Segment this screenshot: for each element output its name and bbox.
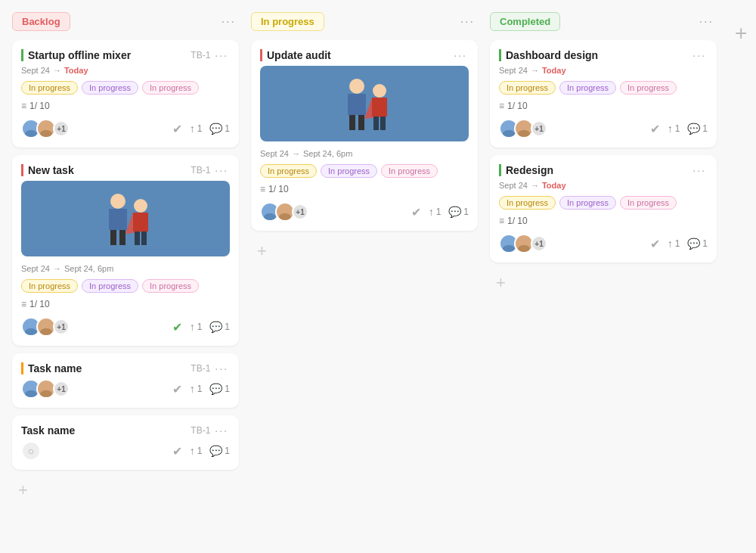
tag[interactable]: In progress [142,81,199,95]
card-check-action[interactable]: ✔ [172,122,182,136]
upload-icon: ↑ [190,445,195,457]
card-upload-action[interactable]: ↑1 [668,123,680,135]
checklist-count: 1/ 10 [507,101,528,111]
add-column-button[interactable]: + [729,18,753,48]
column-menu-button[interactable]: ··· [218,14,239,30]
tag[interactable]: In progress [82,81,138,95]
card-check-action[interactable]: ✔ [172,320,182,334]
card-menu-button[interactable]: ··· [452,49,469,61]
svg-point-31 [264,213,276,220]
card-footer: +1✔↑1💬1 [21,317,230,337]
card-check-action[interactable]: ✔ [650,122,660,136]
svg-point-3 [40,130,52,137]
card-check-action[interactable]: ✔ [172,382,182,396]
card-checklist: ≡1/ 10 [499,216,708,226]
card-comment-action[interactable]: 💬1 [209,383,230,395]
column-menu-button[interactable]: ··· [696,14,717,30]
card-tags: In progressIn progressIn progress [21,279,230,293]
card-comment-action[interactable]: 💬1 [209,321,230,333]
svg-point-40 [520,238,528,245]
column-title: Backlog [12,12,70,31]
avatar-count: +1 [531,120,547,137]
tag[interactable]: In progress [21,279,78,293]
add-task-button[interactable]: + [251,238,273,264]
card-upload-action[interactable]: ↑1 [668,238,680,250]
column-title: In progress [251,12,324,31]
tag[interactable]: In progress [82,279,138,293]
card-image [260,66,469,141]
tag[interactable]: In progress [260,164,317,178]
card-upload-action[interactable]: ↑1 [190,383,203,395]
card-title: Startup offline mixer [21,49,184,61]
card-upload-action[interactable]: ↑1 [190,445,203,457]
card-menu-button[interactable]: ··· [213,362,230,374]
tag[interactable]: In progress [381,164,438,178]
card-header: Update audit··· [260,49,469,61]
card-upload-action[interactable]: ↑1 [429,206,442,218]
svg-point-35 [503,130,515,137]
card-comment-action[interactable]: 💬1 [687,238,708,250]
tag[interactable]: In progress [321,164,377,178]
card-title: Task name [21,362,184,374]
upload-count: 1 [197,123,203,134]
check-icon: ✔ [411,205,421,219]
comment-icon: 💬 [687,123,700,135]
card-check-action[interactable]: ✔ [650,237,660,251]
tag[interactable]: In progress [142,279,199,293]
column-completed: Completed···Dashboard design···Sept 24 →… [490,12,717,296]
tag[interactable]: In progress [620,196,677,210]
svg-point-33 [279,213,291,220]
tag[interactable]: In progress [559,81,616,95]
card-comment-action[interactable]: 💬1 [448,206,469,218]
card-avatars: ○ [21,441,36,461]
column-inprogress: In progress···Update audit···Sept 24 → S… [251,12,478,264]
card-comment-action[interactable]: 💬1 [209,123,230,135]
add-task-button[interactable]: + [12,477,34,503]
column-menu-button[interactable]: ··· [457,14,478,30]
card-footer: +1✔↑1💬1 [499,119,708,138]
card-menu-button[interactable]: ··· [213,49,230,61]
card-footer: +1✔↑1💬1 [499,234,708,253]
tag[interactable]: In progress [499,81,556,95]
card-comment-action[interactable]: 💬1 [687,123,708,135]
card-upload-action[interactable]: ↑1 [190,321,203,333]
card-actions: ✔↑1💬1 [650,237,708,251]
card-date-end: Today [542,181,566,190]
tag[interactable]: In progress [620,81,677,95]
card-comment-action[interactable]: 💬1 [209,445,230,457]
card-menu-button[interactable]: ··· [691,164,708,176]
comment-icon: 💬 [209,321,222,333]
tag[interactable]: In progress [499,196,556,210]
card-check-action[interactable]: ✔ [411,205,421,219]
kanban-board: Backlog···Startup offline mixerTB-1···Se… [12,12,744,503]
upload-icon: ↑ [668,238,673,250]
card-menu-button[interactable]: ··· [213,424,230,436]
card-check-action[interactable]: ✔ [172,444,182,458]
svg-point-41 [518,245,530,252]
svg-point-14 [25,328,37,335]
checklist-count: 1/ 10 [29,101,50,111]
svg-point-18 [25,390,37,397]
comment-icon: 💬 [209,123,222,135]
column-header: Backlog··· [12,12,239,31]
card-actions: ✔↑1💬1 [172,444,230,458]
card-date-start: Sept 24 [21,264,50,273]
card-upload-action[interactable]: ↑1 [190,123,203,135]
check-icon: ✔ [650,237,660,251]
avatar-count: +1 [292,203,308,220]
add-task-button[interactable]: + [490,270,512,296]
tag[interactable]: In progress [21,81,78,95]
tag[interactable]: In progress [559,196,616,210]
card-menu-button[interactable]: ··· [691,49,708,61]
comment-count: 1 [225,384,230,394]
card-image [21,181,230,256]
task-card: Startup offline mixerTB-1···Sept 24 → To… [12,40,239,148]
svg-point-1 [25,130,37,137]
card-date-end: Today [64,66,88,75]
svg-point-2 [42,123,50,130]
card-header: New taskTB-1··· [21,164,230,176]
comment-count: 1 [225,322,230,332]
task-card: Redesign···Sept 24 → TodayIn progressIn … [490,155,717,263]
card-header: Redesign··· [499,164,708,176]
card-menu-button[interactable]: ··· [213,164,230,176]
